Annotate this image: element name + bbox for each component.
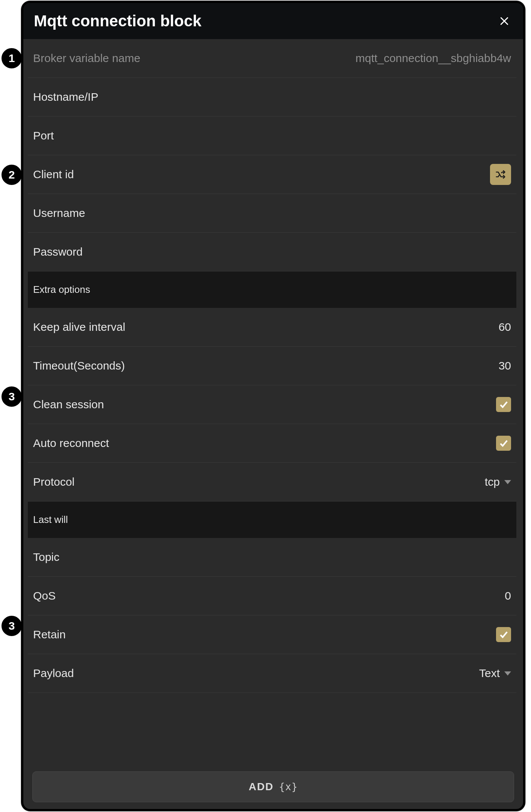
row-protocol[interactable]: Protocol tcp (28, 463, 516, 501)
add-button-code: {x} (279, 781, 298, 792)
annotation-badge-1: 1 (0, 47, 23, 70)
section-last-will-label: Last will (33, 514, 68, 526)
label-hostname: Hostname/IP (33, 91, 98, 103)
close-icon (499, 15, 510, 27)
row-hostname[interactable]: Hostname/IP (28, 78, 516, 117)
close-button[interactable] (496, 13, 513, 29)
value-protocol: tcp (485, 476, 500, 488)
label-password: Password (33, 245, 83, 258)
dialog-footer: ADD {x} (23, 764, 523, 809)
label-payload: Payload (33, 667, 74, 680)
label-broker-variable-name: Broker variable name (33, 52, 140, 65)
row-keep-alive[interactable]: Keep alive interval 60 (28, 308, 516, 347)
value-broker-variable-name: mqtt_connection__sbghiabb4w (355, 52, 511, 65)
annotation-badge-2: 2 (0, 163, 23, 186)
add-button-label: ADD (249, 781, 274, 793)
row-client-id[interactable]: Client id (28, 155, 516, 194)
check-icon (498, 399, 509, 410)
chevron-down-icon (504, 671, 511, 676)
section-extra-options-label: Extra options (33, 284, 90, 295)
check-icon (498, 629, 509, 640)
chevron-down-icon (504, 480, 511, 484)
label-port: Port (33, 129, 54, 142)
select-protocol[interactable]: tcp (485, 476, 511, 488)
checkbox-clean-session[interactable] (496, 397, 511, 412)
dialog-titlebar: Mqtt connection block (23, 3, 523, 39)
section-extra-options: Extra options (28, 271, 516, 308)
shuffle-button[interactable] (490, 164, 511, 185)
row-timeout[interactable]: Timeout(Seconds) 30 (28, 347, 516, 385)
add-button[interactable]: ADD {x} (32, 771, 514, 802)
label-retain: Retain (33, 628, 66, 641)
row-clean-session[interactable]: Clean session (28, 385, 516, 424)
label-qos: QoS (33, 589, 56, 602)
label-clean-session: Clean session (33, 398, 104, 411)
label-protocol: Protocol (33, 476, 74, 488)
value-qos: 0 (505, 589, 511, 602)
checkbox-auto-reconnect[interactable] (496, 436, 511, 451)
row-username[interactable]: Username (28, 194, 516, 233)
row-broker-variable-name[interactable]: Broker variable name mqtt_connection__sb… (28, 39, 516, 78)
row-auto-reconnect[interactable]: Auto reconnect (28, 424, 516, 463)
annotation-badge-3: 3 (0, 385, 23, 408)
row-payload[interactable]: Payload Text (28, 654, 516, 693)
label-keep-alive: Keep alive interval (33, 321, 125, 333)
label-auto-reconnect: Auto reconnect (33, 437, 109, 450)
label-timeout: Timeout(Seconds) (33, 359, 125, 372)
row-retain[interactable]: Retain (28, 615, 516, 654)
select-payload[interactable]: Text (479, 667, 511, 680)
label-topic: Topic (33, 551, 59, 564)
check-icon (498, 438, 509, 448)
annotation-badge-4: 3 (0, 614, 23, 638)
value-payload: Text (479, 667, 500, 680)
shuffle-icon (495, 169, 506, 180)
checkbox-retain[interactable] (496, 627, 511, 642)
row-password[interactable]: Password (28, 233, 516, 271)
dialog-title: Mqtt connection block (34, 12, 202, 30)
label-username: Username (33, 207, 85, 220)
dialog-mqtt-connection: Mqtt connection block Broker variable na… (21, 1, 525, 811)
label-client-id: Client id (33, 168, 74, 181)
row-topic[interactable]: Topic (28, 538, 516, 577)
value-keep-alive: 60 (499, 321, 511, 333)
section-last-will: Last will (28, 501, 516, 538)
row-qos[interactable]: QoS 0 (28, 577, 516, 615)
row-port[interactable]: Port (28, 117, 516, 155)
value-timeout: 30 (499, 359, 511, 372)
